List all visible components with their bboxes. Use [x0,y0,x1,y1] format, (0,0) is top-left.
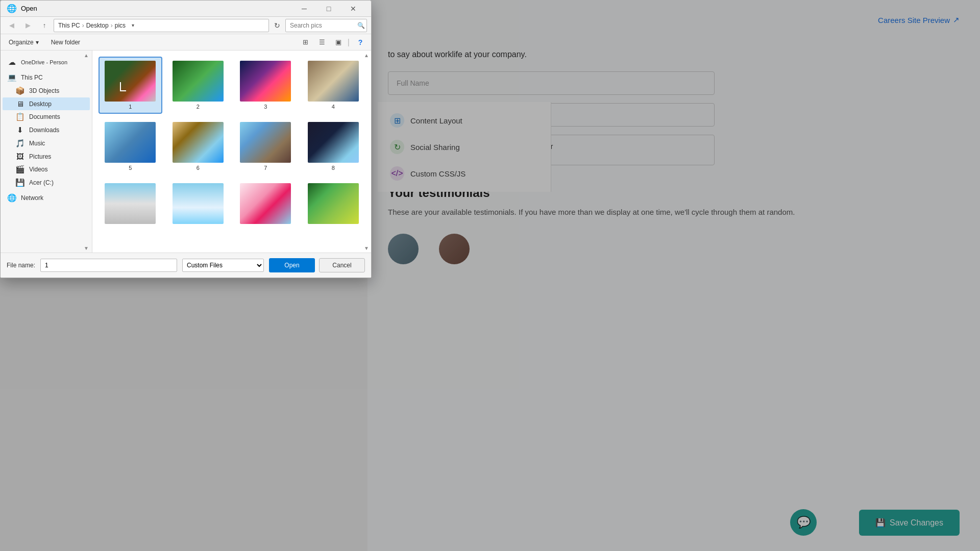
desktop-icon: 🖥 [15,99,25,108]
file-label-4: 4 [332,104,335,110]
refresh-button[interactable]: ↻ [271,19,283,32]
file-thumbnail-3 [240,61,291,102]
view-icon-button[interactable]: ⊞ [299,36,313,49]
3d-objects-label: 3D Objects [29,87,59,94]
left-scroll-down-button[interactable]: ▼ [83,244,90,252]
breadcrumb-this-pc: This PC [58,22,80,29]
videos-label: Videos [29,166,47,173]
maximize-button[interactable]: □ [317,1,340,17]
nav-item-acer-c[interactable]: 💾 Acer (C:) [3,176,90,189]
file-label-5: 5 [129,165,132,171]
file-item-8[interactable]: 8 [302,118,365,175]
open-button[interactable]: Open [269,258,315,272]
nav-item-videos[interactable]: 🎬 Videos [3,163,90,176]
breadcrumb-sep-2: › [111,22,113,29]
file-thumbnail-10 [173,183,224,224]
back-button[interactable]: ◀ [5,18,19,33]
dialog-body: ▲ ☁ OneDrive - Person 💻 This PC 📦 3D Obj… [1,51,371,253]
dialog-bottom-bar: File name: Custom Files Open Cancel [1,253,371,278]
file-item-4[interactable]: 4 [302,57,365,114]
up-button[interactable]: ↑ [37,18,52,33]
file-item-3[interactable]: 3 [234,57,298,114]
file-item-2[interactable]: 2 [166,57,230,114]
view-separator: | [348,38,350,47]
dialog-action-buttons: Open Cancel [269,258,365,272]
onedrive-icon: ☁ [7,58,17,67]
file-item-10[interactable] [166,179,230,230]
view-list-button[interactable]: ☰ [315,36,329,49]
view-preview-button[interactable]: ▣ [331,36,346,49]
network-icon: 🌐 [7,193,17,203]
search-wrapper: 🔍 [285,19,367,32]
pictures-icon: 🖼 [15,152,25,161]
right-scroll-up-button[interactable]: ▲ [363,52,370,59]
file-item-6[interactable]: 6 [166,118,230,175]
3d-objects-icon: 📦 [15,86,25,95]
minimize-button[interactable]: ─ [292,1,316,17]
file-item-9[interactable] [99,179,162,230]
nav-item-documents[interactable]: 📋 Documents [3,110,90,123]
nav-item-this-pc[interactable]: 💻 This PC [3,71,90,84]
file-thumbnail-9 [105,183,156,224]
right-scroll-down-button[interactable]: ▼ [363,244,370,252]
file-item-1[interactable]: 1 [99,57,162,114]
downloads-icon: ⬇ [15,126,25,135]
music-icon: 🎵 [15,139,25,148]
dialog-address-toolbar: ◀ ▶ ↑ This PC › Desktop › pics ▾ ↻ 🔍 [1,17,371,34]
dialog-organize-toolbar: Organize ▾ New folder ⊞ ☰ ▣ | ? [1,34,371,51]
forward-button[interactable]: ▶ [21,18,35,33]
nav-item-music[interactable]: 🎵 Music [3,137,90,150]
network-label: Network [21,194,43,202]
dialog-title-icon: 🌐 [7,4,17,13]
new-folder-button[interactable]: New folder [47,37,84,48]
nav-item-desktop[interactable]: 🖥 Desktop [3,97,90,110]
file-label-3: 3 [264,104,267,110]
nav-section-cloud: ☁ OneDrive - Person [1,55,92,70]
nav-item-downloads[interactable]: ⬇ Downloads [3,123,90,137]
file-item-5[interactable]: 5 [99,118,162,175]
downloads-label: Downloads [29,127,59,134]
cancel-button[interactable]: Cancel [319,258,365,272]
file-item-11[interactable] [234,179,298,230]
dialog-controls: ─ □ ✕ [292,1,365,17]
dialog-titlebar: 🌐 Open ─ □ ✕ [1,1,371,17]
left-scroll-up-button[interactable]: ▲ [83,52,90,59]
breadcrumb-dropdown-button[interactable]: ▾ [128,20,138,31]
videos-icon: 🎬 [15,165,25,174]
nav-item-pictures[interactable]: 🖼 Pictures [3,150,90,163]
breadcrumb-sep-1: › [82,22,84,29]
breadcrumb-bar: This PC › Desktop › pics ▾ [54,19,269,32]
dialog-file-area: ▲ 1 2 3 4 [92,51,371,253]
file-grid: 1 2 3 4 5 [96,55,367,232]
pictures-label: Pictures [29,153,51,160]
documents-label: Documents [29,113,60,120]
desktop-label: Desktop [29,101,52,108]
nav-section-thispc: 💻 This PC 📦 3D Objects 🖥 Desktop 📋 Docum… [1,70,92,190]
close-button[interactable]: ✕ [341,1,365,17]
file-name-label: File name: [7,262,35,269]
help-button[interactable]: ? [354,36,367,49]
acer-c-label: Acer (C:) [29,179,54,186]
file-label-2: 2 [197,104,200,110]
file-type-select[interactable]: Custom Files [182,259,264,272]
nav-item-onedrive[interactable]: ☁ OneDrive - Person [3,56,90,69]
file-thumbnail-6 [173,122,224,163]
file-label-8: 8 [332,165,335,171]
file-label-1: 1 [129,104,132,110]
this-pc-label: This PC [21,74,43,81]
file-name-input[interactable] [40,259,177,272]
file-thumbnail-12 [308,183,359,224]
nav-item-3d-objects[interactable]: 📦 3D Objects [3,84,90,97]
file-thumbnail-5 [105,122,156,163]
file-item-12[interactable] [302,179,365,230]
nav-item-network[interactable]: 🌐 Network [3,191,90,205]
file-item-7[interactable]: 7 [234,118,298,175]
search-button[interactable]: 🔍 [357,22,365,29]
file-thumbnail-1 [105,61,156,102]
dialog-title-text: Open [21,5,292,12]
organize-button[interactable]: Organize ▾ [5,37,43,48]
search-input[interactable] [285,19,367,32]
view-options: ⊞ ☰ ▣ | [299,36,350,49]
file-thumbnail-2 [173,61,224,102]
nav-section-network: 🌐 Network [1,190,92,206]
